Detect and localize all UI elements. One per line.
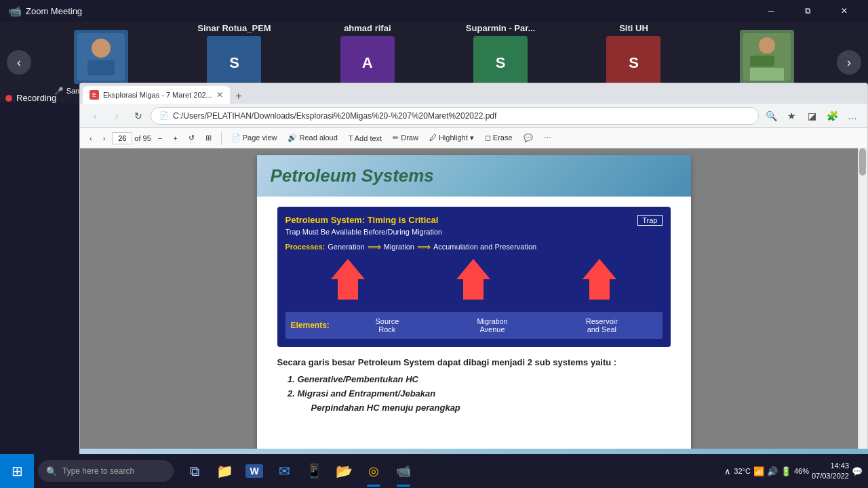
pdf-comment-button[interactable]: 💬 (519, 132, 537, 144)
whatsapp-icon: 📱 (306, 463, 323, 479)
zoom-browser-button[interactable]: 🔍 (762, 106, 781, 125)
search-placeholder: Type here to search (62, 466, 134, 476)
pdf-back-button[interactable]: ‹ (85, 133, 96, 144)
trap-label: Trap (637, 215, 662, 226)
participant-avatar-ahmad: A (340, 36, 395, 90)
element-source-rock: SourceRock (375, 317, 399, 333)
extensions-button[interactable]: 🧩 (823, 106, 842, 125)
tab-favicon: E (90, 90, 99, 100)
pdf-pageview-button[interactable]: 📄 Page view (227, 132, 281, 144)
new-tab-button[interactable]: + (230, 89, 248, 104)
system-clock[interactable]: 14:43 07/03/2022 (812, 461, 849, 482)
pdf-readaloud-button[interactable]: 🔊 Read aloud (283, 132, 341, 144)
taskbar-app-explorer[interactable]: 📁 (210, 454, 239, 488)
battery-text: 46% (794, 467, 809, 475)
taskbar-app-mail[interactable]: ✉ (270, 454, 298, 488)
back-button[interactable]: ‹ (85, 106, 104, 125)
taskbar-app-files[interactable]: 📂 (330, 454, 358, 488)
mail-icon: ✉ (279, 463, 290, 479)
element-items: SourceRock MigrationAvenue Reservoirand … (336, 317, 657, 333)
window-controls: ─ ⧉ ✕ (755, 0, 860, 22)
taskbar-search[interactable]: 🔍 Type here to search (38, 460, 174, 482)
pdf-scrollbar-track[interactable] (858, 148, 867, 453)
pdf-fit-button[interactable]: + (169, 133, 181, 144)
start-button[interactable]: ⊞ (0, 454, 34, 488)
pdf-scrollbar-thumb[interactable] (859, 148, 866, 176)
pdf-toolbar: ‹ › of 95 − + ↺ ⊞ 📄 Page view 🔊 Read alo… (80, 128, 867, 148)
pdf-forward-button[interactable]: › (99, 133, 110, 144)
pdf-bottom-strip (79, 449, 868, 454)
network-icon[interactable]: 📶 (753, 466, 764, 476)
participant-avatar-suparmin: S (473, 36, 528, 90)
settings-button[interactable]: … (843, 106, 862, 125)
recording-label: Recording (16, 93, 56, 103)
maximize-button[interactable]: ⧉ (792, 0, 823, 22)
slide-title: Petroleum Systems (271, 165, 677, 186)
arrows-row (285, 259, 663, 306)
taskbar-app-word[interactable]: W (240, 454, 269, 488)
address-bar[interactable]: 📄 C:/Users/PELATIHAN/Downloads/Eksploras… (151, 107, 759, 125)
time-display: 14:43 (812, 461, 849, 471)
pdf-page-separator: of (134, 134, 140, 142)
file-scheme-icon: 📄 (159, 111, 169, 120)
participant-name-above-siti: Siti UH (619, 23, 648, 33)
pdf-page-input[interactable] (112, 132, 132, 144)
arrow-svg-3 (579, 259, 620, 306)
pdf-addtext-button[interactable]: T Add text (344, 133, 386, 144)
list-item-1: Generative/Pembentukan HC (298, 374, 671, 384)
arrow-up-tray-icon[interactable]: ∧ (724, 466, 731, 476)
taskbar-app-zoom[interactable]: 📹 (389, 454, 418, 488)
petroleum-diagram: Trap Petroleum System: Timing is Critica… (277, 207, 671, 347)
collections-button[interactable]: ◪ (802, 106, 821, 125)
pdf-erase-button[interactable]: ◻ Erase (481, 132, 517, 144)
close-button[interactable]: ✕ (829, 0, 860, 22)
taskbar-app-taskview[interactable]: ⧉ (180, 454, 209, 488)
pdf-screenshot-button[interactable]: ⊞ (201, 132, 216, 144)
slide-subtext: Perpindahan HC menuju perangkap (277, 403, 671, 413)
element-migration-avenue: MigrationAvenue (477, 317, 507, 333)
browser-tabs: E Eksplorasi Migas - 7 Maret 202... ✕ + (80, 83, 867, 104)
participant-name-above-ahmad: ahmad rifai (344, 23, 391, 33)
slide-header: Petroleum Systems (257, 155, 691, 197)
arrow1: ⟹ (368, 241, 381, 252)
participant-name-above-sinar: Sinar Rotua_PEM (197, 23, 271, 33)
title-bar: 📹 Zoom Meeting ─ ⧉ ✕ (0, 0, 868, 22)
chrome-icon: ◎ (368, 464, 379, 479)
pdf-draw-button[interactable]: ✏ Draw (389, 132, 422, 144)
svg-marker-2 (583, 259, 616, 300)
forward-button[interactable]: › (107, 106, 126, 125)
window-title: Zoom Meeting (26, 6, 755, 16)
pdf-highlight-button[interactable]: 🖊 Highlight ▾ (425, 132, 478, 144)
zoom-logo-icon: 📹 (8, 5, 22, 18)
toolbar-right-icons: 🔍 ★ ◪ 🧩 … (762, 106, 862, 125)
pdf-zoom-out-button[interactable]: ↺ (184, 132, 199, 144)
tab-close-button[interactable]: ✕ (216, 90, 223, 100)
browser-tab-active[interactable]: E Eksplorasi Migas - 7 Maret 202... ✕ (83, 86, 230, 104)
next-participant-button[interactable]: › (837, 50, 861, 75)
recording-indicator: Recording (5, 93, 56, 103)
participant-avatar-saniman (74, 30, 128, 84)
prev-participant-button[interactable]: ‹ (7, 50, 31, 75)
taskbar-system-tray: ∧ 32°C 📶 🔊 🔋 46% 14:43 07/03/2022 💬 (719, 461, 868, 482)
pdf-page: Petroleum Systems Trap Petroleum System:… (257, 155, 691, 453)
elements-label: Elements: (291, 321, 330, 330)
arrow-svg-2 (453, 259, 494, 306)
windows-icon: ⊞ (12, 463, 23, 479)
element-reservoir-seal: Reservoirand Seal (586, 317, 618, 333)
minimize-button[interactable]: ─ (755, 0, 787, 22)
pdf-zoom-in-button[interactable]: − (154, 133, 166, 144)
pdf-more-button[interactable]: ⋯ (540, 132, 555, 144)
notification-icon[interactable]: 💬 (852, 466, 863, 476)
speaker-icon[interactable]: 🔊 (767, 466, 778, 476)
refresh-button[interactable]: ↻ (129, 106, 148, 125)
search-icon: 🔍 (46, 466, 57, 476)
svg-marker-0 (331, 259, 365, 300)
taskbar-app-chrome[interactable]: ◎ (359, 454, 388, 488)
pdf-content: Petroleum Systems Trap Petroleum System:… (80, 148, 867, 453)
list-item-2: Migrasi and Entrapment/Jebakan (298, 388, 671, 399)
battery-indicator: 🔋 46% (781, 466, 809, 476)
migration-text: Migration (384, 243, 414, 251)
favorites-button[interactable]: ★ (782, 106, 801, 125)
taskbar-app-whatsapp[interactable]: 📱 (300, 454, 328, 488)
svg-marker-1 (456, 259, 490, 300)
